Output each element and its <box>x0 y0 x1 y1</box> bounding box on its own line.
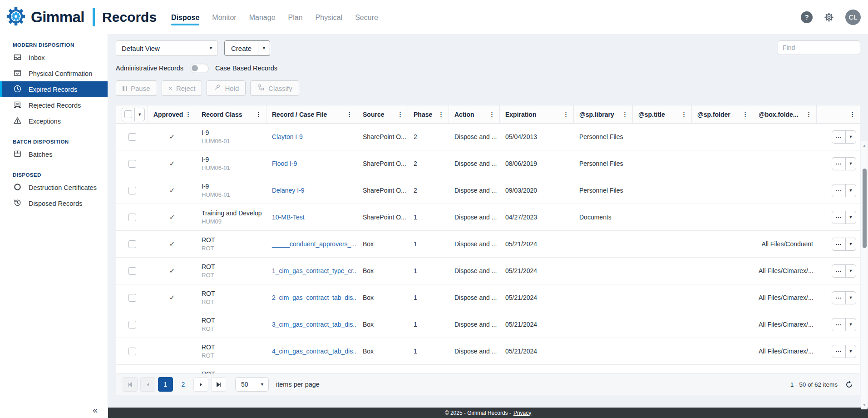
nav-item-dispose[interactable]: Dispose <box>171 11 199 25</box>
row-more-icon[interactable]: ... <box>832 265 845 277</box>
row-more-icon[interactable]: ... <box>832 131 845 143</box>
row-checkbox[interactable] <box>128 348 136 355</box>
column-menu-icon[interactable]: ⋮ <box>620 111 630 118</box>
row-checkbox[interactable] <box>128 187 136 194</box>
page-button-1[interactable]: 1 <box>158 377 173 392</box>
view-select[interactable]: Default View ▼ <box>116 40 218 56</box>
row-actions-button[interactable]: ...▼ <box>832 157 856 170</box>
column-menu-icon[interactable]: ⋮ <box>679 111 689 118</box>
scroll-down-icon[interactable]: ▼ <box>861 402 868 408</box>
nav-item-monitor[interactable]: Monitor <box>212 11 236 25</box>
record-file-link[interactable]: Delaney I-9 <box>272 187 305 194</box>
gear-icon[interactable] <box>824 12 834 23</box>
row-more-icon[interactable]: ... <box>832 238 845 250</box>
nav-item-manage[interactable]: Manage <box>249 11 276 25</box>
help-icon[interactable]: ? <box>801 11 813 23</box>
row-caret-icon[interactable]: ▼ <box>845 292 856 304</box>
records-mode-toggle[interactable] <box>190 64 209 73</box>
column-menu-icon[interactable]: ⋮ <box>561 111 571 118</box>
row-caret-icon[interactable]: ▼ <box>845 158 856 170</box>
hold-button[interactable]: Hold <box>207 80 246 96</box>
record-file-link[interactable]: 2_cim_gas_contract_tab_dis... <box>272 294 357 301</box>
sidebar-item-rejected-records[interactable]: Rejected Records <box>0 97 108 113</box>
select-all-control[interactable]: ▼ <box>122 108 145 121</box>
record-file-link[interactable]: 1_cim_gas_contract_type_cr... <box>272 267 357 274</box>
column-menu-icon[interactable]: ⋮ <box>804 111 814 118</box>
row-actions-button[interactable]: ...▼ <box>832 211 856 224</box>
row-checkbox[interactable] <box>128 267 136 275</box>
row-checkbox[interactable] <box>128 133 136 141</box>
reject-button[interactable]: ×Reject <box>162 80 202 96</box>
sidebar-item-physical-confirmation[interactable]: Physical Confirmation <box>0 65 108 81</box>
privacy-link[interactable]: Privacy <box>513 410 531 416</box>
create-dropdown-caret-icon[interactable]: ▼ <box>258 41 270 55</box>
record-file-link[interactable]: Clayton I-9 <box>272 133 303 140</box>
column-menu-icon[interactable]: ⋮ <box>740 111 750 118</box>
row-checkbox[interactable] <box>128 240 136 248</box>
row-actions-button[interactable]: ...▼ <box>832 238 856 251</box>
previous-page-button[interactable] <box>140 377 155 392</box>
sidebar-item-expired-records[interactable]: Expired Records <box>0 81 108 97</box>
row-caret-icon[interactable]: ▼ <box>845 318 856 331</box>
row-more-icon[interactable]: ... <box>832 211 845 224</box>
scrollbar-thumb[interactable] <box>863 169 867 248</box>
avatar[interactable]: CL <box>845 10 861 25</box>
record-file-link[interactable]: _____conduent_approvers_... <box>272 240 356 248</box>
row-actions-button[interactable]: ...▼ <box>832 184 856 197</box>
nav-item-plan[interactable]: Plan <box>288 11 303 25</box>
select-all-checkbox[interactable] <box>122 108 134 121</box>
next-page-button[interactable] <box>193 377 208 392</box>
record-file-link[interactable]: 10-MB-Test <box>272 214 305 221</box>
collapse-sidebar-button[interactable]: « <box>93 405 98 415</box>
row-more-icon[interactable]: ... <box>832 292 845 304</box>
record-file-link[interactable]: 4_cim_gas_contract_tab_dis... <box>272 348 357 355</box>
sidebar-item-disposed-records[interactable]: Disposed Records <box>0 195 108 211</box>
row-caret-icon[interactable]: ▼ <box>845 184 856 197</box>
refresh-icon[interactable] <box>845 380 853 389</box>
row-checkbox[interactable] <box>128 214 136 221</box>
row-caret-icon[interactable]: ▼ <box>845 238 856 250</box>
row-actions-button[interactable]: ...▼ <box>832 130 856 144</box>
last-page-button[interactable] <box>211 377 226 392</box>
page-button-2[interactable]: 2 <box>176 377 191 392</box>
row-more-icon[interactable]: ... <box>832 345 845 358</box>
column-menu-icon[interactable]: ⋮ <box>345 111 354 118</box>
sidebar-item-inbox[interactable]: Inbox <box>0 50 108 65</box>
row-checkbox[interactable] <box>128 294 136 302</box>
nav-item-physical[interactable]: Physical <box>316 11 343 25</box>
row-checkbox[interactable] <box>128 160 136 168</box>
row-actions-button[interactable]: ...▼ <box>832 345 856 358</box>
scroll-up-icon[interactable]: ▲ <box>861 142 868 149</box>
row-caret-icon[interactable]: ▼ <box>845 345 856 358</box>
row-caret-icon[interactable]: ▼ <box>845 131 856 143</box>
row-actions-button[interactable]: ...▼ <box>832 291 856 304</box>
sidebar-item-batches[interactable]: Batches <box>0 146 108 162</box>
column-menu-icon[interactable]: ⋮ <box>848 111 857 118</box>
row-caret-icon[interactable]: ▼ <box>845 211 856 224</box>
column-menu-icon[interactable]: ⋮ <box>487 111 497 118</box>
first-page-button[interactable] <box>123 377 138 392</box>
find-input[interactable] <box>778 40 860 55</box>
page-size-select[interactable]: 50 ▼ <box>235 377 269 392</box>
record-file-link[interactable]: 3_cim_gas_contract_tab_dis... <box>272 321 357 328</box>
create-button[interactable]: Create ▼ <box>224 40 270 56</box>
row-caret-icon[interactable]: ▼ <box>845 265 856 277</box>
row-more-icon[interactable]: ... <box>832 184 845 197</box>
column-menu-icon[interactable]: ⋮ <box>395 111 405 118</box>
record-file-link[interactable]: Flood I-9 <box>272 160 297 167</box>
nav-item-secure[interactable]: Secure <box>355 11 378 25</box>
pause-button[interactable]: Pause <box>116 80 157 96</box>
sidebar-item-exceptions[interactable]: Exceptions <box>0 113 108 129</box>
row-actions-button[interactable]: ...▼ <box>832 318 856 331</box>
vertical-scrollbar[interactable]: ▲ ▼ <box>861 141 868 409</box>
row-more-icon[interactable]: ... <box>832 318 845 331</box>
row-actions-button[interactable]: ...▼ <box>832 264 856 278</box>
column-menu-icon[interactable]: ⋮ <box>183 111 193 118</box>
row-more-icon[interactable]: ... <box>832 158 845 170</box>
classify-button[interactable]: Classify <box>250 80 299 96</box>
select-all-caret-icon[interactable]: ▼ <box>134 108 144 121</box>
row-checkbox[interactable] <box>128 321 136 328</box>
sidebar-item-destruction-certificates[interactable]: Destruction Certificates <box>0 179 108 195</box>
column-menu-icon[interactable]: ⋮ <box>254 111 263 118</box>
column-menu-icon[interactable]: ⋮ <box>436 111 446 118</box>
